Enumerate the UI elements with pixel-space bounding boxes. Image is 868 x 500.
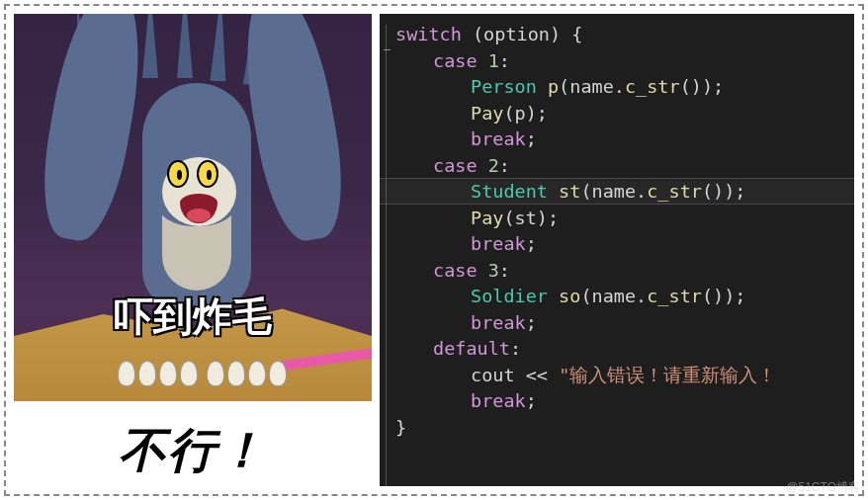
code-line: break; [395,310,854,337]
meme-image: 吓到炸毛 [14,14,372,401]
code-line: Soldier so(name.c_str()); [395,284,854,310]
code-line: Pay(st); [395,206,854,232]
meme-caption: 不行！ [119,419,267,482]
meme-overlay-text: 吓到炸毛 [14,290,372,344]
meme-column: 吓到炸毛 不行！ [14,14,372,486]
code-line: case 1: [395,48,854,75]
cat-toes-right [207,361,287,386]
code-block: switch (option) { case 1: Person p(name.… [380,14,854,449]
fold-gutter [384,22,391,478]
watermark: @51CTO博客 [786,479,860,496]
fur-spike [142,14,158,78]
code-line: } [395,415,854,442]
fur-spike [177,14,193,78]
fur-spike [210,14,228,81]
code-line: default: [395,336,854,363]
code-line: break; [395,388,854,415]
cat-tongue [187,208,211,222]
code-line: Pay(p); [395,101,854,127]
code-line: case 2: [395,153,854,180]
document-container: 吓到炸毛 不行！ switch (option) { case 1: Perso… [4,4,864,496]
code-line: break; [395,126,854,153]
cat-arm-left [32,14,154,246]
cat-eye-left [167,160,189,188]
code-line: break; [395,231,854,258]
code-line: Student st(name.c_str()); [395,179,854,206]
code-line: case 3: [395,258,854,285]
code-line: switch (option) { [395,22,854,48]
cat-eye-right [197,160,218,188]
cat-toes-left [118,361,198,386]
code-line: Person p(name.c_str()); [395,74,854,101]
code-line: cout << "输入错误！请重新输入！ [395,363,854,389]
code-editor: switch (option) { case 1: Person p(name.… [380,14,854,486]
